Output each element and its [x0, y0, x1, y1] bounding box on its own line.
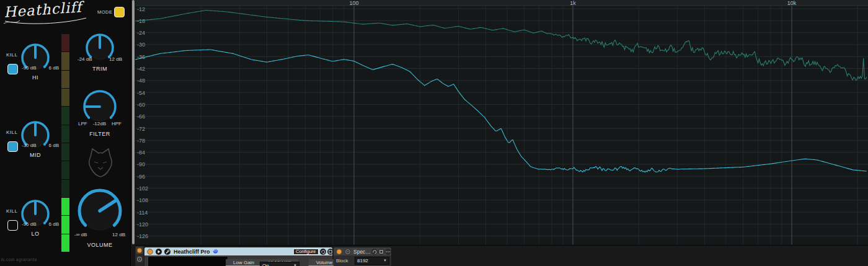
volume-knob[interactable] [76, 187, 124, 235]
mode-label: MODE [97, 9, 113, 15]
svg-text:-42: -42 [137, 66, 145, 72]
heathcliff-device: Heathcliff Pro Configure Low Gain▲Hi [144, 247, 332, 266]
spectrum-analyzer-panel: -12-18-24-30-36-42-48-54-60-66-72-78-84-… [135, 0, 868, 245]
gear-icon [136, 256, 143, 262]
svg-text:-66: -66 [137, 113, 145, 120]
filter-range-label: HPF [112, 121, 122, 126]
param-label: Low Gain [226, 259, 262, 266]
lo-range-label: 6 dB [49, 221, 59, 227]
svg-text:10k: 10k [787, 0, 797, 6]
hi-kill-label: KILL [6, 52, 17, 58]
live-device-bar: Heathcliff Pro Configure Low Gain▲Hi [135, 245, 868, 266]
plugin-scrollbar [130, 0, 135, 266]
max-hand-icon [213, 249, 219, 255]
meter-segment-0 [61, 34, 69, 52]
mid-kill-toggle[interactable] [7, 141, 18, 152]
hot-swap-icon[interactable] [371, 249, 378, 255]
spectrum-device-titlebar[interactable]: Spec… [334, 247, 391, 255]
svg-text:-24: -24 [137, 30, 145, 36]
save-preset-icon[interactable] [327, 249, 334, 255]
svg-text:-48: -48 [137, 78, 145, 84]
svg-text:-84: -84 [137, 149, 145, 156]
block-size-value: 8192 [357, 258, 368, 264]
meter-segment-6 [61, 143, 69, 161]
svg-text:-114: -114 [137, 210, 148, 216]
fold-device-icon[interactable] [345, 249, 351, 255]
svg-text:-54: -54 [137, 90, 145, 96]
level-meter [61, 34, 69, 252]
heathcliff-plugin-panel: Heathcliff MODE ik.com agrananta KILL-96… [0, 0, 130, 266]
mid-range-label: -30 dB [22, 143, 37, 148]
heathcliff-device-titlebar[interactable]: Heathcliff Pro Configure [144, 247, 332, 255]
param-dropdown[interactable]: On▼ [260, 262, 299, 266]
trim-range-label: -24 dB [78, 56, 92, 62]
lo-range-labels: -96 dB6 dB [22, 221, 59, 227]
trim-range-label: 12 dB [109, 56, 122, 62]
lo-kill-toggle[interactable] [7, 220, 18, 231]
logo-flourish [4, 17, 87, 26]
filter-knob[interactable] [81, 87, 119, 126]
meter-segment-5 [61, 125, 69, 143]
device-activator-icon[interactable] [336, 249, 342, 255]
svg-text:1k: 1k [570, 0, 576, 6]
device-activator-icon [136, 247, 143, 254]
meter-segment-3 [61, 89, 69, 107]
more-options-icon[interactable] [385, 249, 391, 255]
svg-text:-90: -90 [137, 161, 145, 167]
svg-text:-96: -96 [137, 174, 145, 180]
param-low-gain[interactable]: Low Gain▲ [226, 255, 262, 266]
meter-segment-1 [61, 52, 69, 70]
mid-range-labels: -30 dB6 dB [22, 143, 59, 148]
spectrum-device: Spec… Block 8192 ▼ [334, 247, 391, 266]
spectrum-device-content: Block 8192 ▼ [334, 255, 391, 266]
lo-knob-label: LO [31, 231, 39, 237]
volume-range-label: -∞ dB [74, 232, 87, 237]
meter-segment-10 [61, 216, 69, 234]
filter-knob-label: FILTER [89, 131, 110, 137]
hi-kill-toggle[interactable] [7, 64, 18, 74]
volume-range-labels: -∞ dB12 dB [74, 232, 125, 237]
chevron-down-icon: ▼ [383, 258, 387, 264]
hi-range-label: -96 dB [22, 65, 37, 71]
svg-text:-60: -60 [137, 102, 145, 108]
scrollbar-thumb[interactable] [132, 0, 135, 244]
device-activator-icon[interactable] [147, 249, 153, 255]
chain-activator-tile[interactable] [136, 247, 143, 254]
hot-swap-icon[interactable] [320, 249, 326, 255]
configure-button[interactable]: Configure [293, 249, 319, 255]
filter-range-label: -12dB [93, 121, 106, 126]
chevron-down-icon: ▼ [293, 263, 297, 266]
meter-segment-7 [61, 161, 69, 179]
wrench-icon[interactable] [164, 249, 170, 255]
app-window: Heathcliff MODE ik.com agrananta KILL-96… [0, 0, 868, 266]
hi-range-label: 6 dB [49, 65, 59, 71]
svg-text:-120: -120 [137, 221, 148, 228]
param-hi-mid-kill[interactable]: Hi-Mid KillOn▼ [261, 255, 298, 266]
heathcliff-logo: Heathcliff [4, 1, 91, 26]
meter-segment-9 [61, 198, 69, 216]
device-display [148, 256, 228, 266]
svg-text:-78: -78 [137, 138, 145, 144]
svg-text:-30: -30 [137, 42, 145, 48]
cat-icon [86, 147, 115, 179]
svg-text:100: 100 [349, 0, 358, 6]
hi-range-labels: -96 dB6 dB [22, 65, 59, 71]
chain-gear-tile[interactable] [136, 255, 143, 263]
spectrum-analyzer: -12-18-24-30-36-42-48-54-60-66-72-78-84-… [135, 0, 868, 245]
filter-range-label: LPF [78, 121, 87, 126]
meter-segment-8 [61, 180, 69, 198]
heathcliff-device-content: Low Gain▲Hi-Mid KillOn▼Volume▲ [144, 255, 332, 266]
mode-button[interactable] [114, 7, 125, 17]
block-size-dropdown[interactable]: 8192 ▼ [355, 257, 389, 265]
block-label: Block [336, 258, 348, 264]
hi-knob-label: HI [32, 74, 38, 81]
svg-text:-126: -126 [137, 233, 148, 239]
param-value: On [262, 263, 269, 266]
watermark-text: ik.com agrananta [1, 257, 37, 262]
svg-text:-12: -12 [137, 6, 145, 12]
save-preset-icon[interactable] [378, 249, 384, 255]
preview-play-icon[interactable] [156, 249, 162, 255]
volume-range-label: 12 dB [112, 232, 125, 237]
device-title: Heathcliff Pro [174, 249, 210, 255]
device-chain-edge [135, 246, 144, 266]
